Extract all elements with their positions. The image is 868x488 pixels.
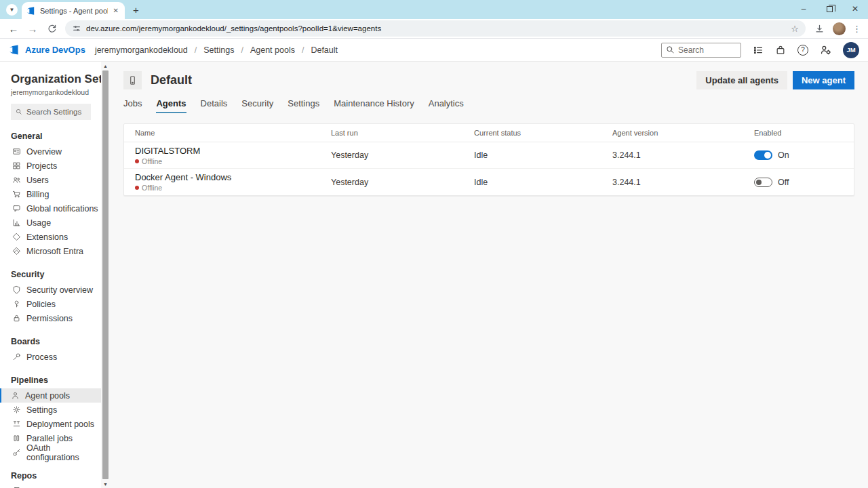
- azure-devops-favicon: [26, 6, 36, 16]
- bookmark-star-icon[interactable]: ☆: [791, 24, 799, 34]
- enabled-toggle[interactable]: [754, 178, 772, 187]
- sidebar-item-billing[interactable]: Billing: [0, 187, 101, 201]
- sidebar-item-permissions[interactable]: Permissions: [0, 311, 101, 325]
- sidebar-item-label: Permissions: [26, 314, 73, 323]
- sidebar-item-pipeline-settings[interactable]: Settings: [0, 403, 101, 417]
- forward-button[interactable]: →: [24, 20, 41, 37]
- address-bar[interactable]: dev.azure.com/jeremymorgankodekloud/_set…: [65, 20, 806, 37]
- reload-button[interactable]: [43, 20, 60, 37]
- tab-analytics[interactable]: Analytics: [429, 98, 464, 113]
- tab-details[interactable]: Details: [201, 98, 228, 113]
- parallel-icon: [12, 434, 21, 443]
- sidebar-title: Organization Settin...: [11, 73, 101, 86]
- marketplace-bag-icon[interactable]: [775, 45, 786, 56]
- sidebar-section-general: General: [11, 131, 101, 141]
- breadcrumb-default[interactable]: Default: [308, 45, 340, 55]
- sidebar-item-oauth-configurations[interactable]: OAuth configurations: [0, 445, 101, 460]
- sidebar-item-label: Users: [26, 176, 49, 185]
- sidebar-item-deployment-pools[interactable]: Deployment pools: [0, 417, 101, 431]
- azdo-topbar: Azure DevOps jeremymorgankodekloud / Set…: [0, 39, 868, 62]
- user-avatar[interactable]: JM: [843, 42, 859, 58]
- breadcrumb-org[interactable]: jeremymorgankodekloud: [92, 45, 191, 55]
- browser-toolbar: ← → dev.azure.com/jeremymorgankodekloud/…: [0, 19, 868, 39]
- sidebar-item-policies[interactable]: Policies: [0, 297, 101, 311]
- brand-name[interactable]: Azure DevOps: [25, 45, 85, 55]
- azdo-search-box[interactable]: [661, 43, 741, 58]
- tab-title: Settings - Agent pools (jeremym: [40, 7, 108, 15]
- tab-maintenance-history[interactable]: Maintenance History: [334, 98, 414, 113]
- sidebar-item-usage[interactable]: Usage: [0, 216, 101, 230]
- tab-close-icon[interactable]: ✕: [112, 7, 120, 14]
- pool-icon-box: [123, 71, 142, 89]
- policy-icon: [12, 300, 21, 308]
- sidebar-item-users[interactable]: Users: [0, 173, 101, 187]
- url-text[interactable]: dev.azure.com/jeremymorgankodekloud/_set…: [86, 24, 786, 33]
- breadcrumb-agent-pools[interactable]: Agent pools: [248, 45, 298, 55]
- azdo-search-input[interactable]: [678, 45, 732, 55]
- settings-search-box[interactable]: [11, 104, 91, 120]
- sidebar-item-projects[interactable]: Projects: [0, 159, 101, 173]
- sidebar-item-repositories[interactable]: Repositories: [0, 484, 101, 488]
- new-tab-button[interactable]: +: [133, 4, 139, 16]
- toggle-label: On: [778, 150, 789, 160]
- site-settings-icon[interactable]: [72, 24, 81, 33]
- back-button[interactable]: ←: [5, 20, 22, 37]
- breadcrumb-separator: /: [298, 45, 308, 55]
- help-icon[interactable]: ?: [797, 45, 808, 56]
- tab-jobs[interactable]: Jobs: [123, 98, 142, 113]
- scrollbar-thumb[interactable]: [102, 70, 108, 479]
- sidebar-item-label: Usage: [26, 218, 51, 228]
- sidebar-scrollbar[interactable]: ▲ ▼: [101, 62, 110, 488]
- new-agent-button[interactable]: New agent: [793, 71, 854, 89]
- agent-name-link[interactable]: Docker Agent - Windows: [135, 172, 331, 182]
- sidebar-item-security-overview[interactable]: Security overview: [0, 283, 101, 297]
- current-status-value: Idle: [474, 150, 612, 160]
- notifications-icon: [12, 204, 21, 213]
- table-row[interactable]: Docker Agent - Windows Offline Yesterday…: [124, 169, 854, 195]
- tab-agents[interactable]: Agents: [156, 98, 186, 113]
- gear-icon: [12, 405, 21, 414]
- sidebar-item-label: OAuth configurations: [26, 443, 101, 462]
- sidebar-item-microsoft-entra[interactable]: Microsoft Entra: [0, 244, 101, 258]
- browser-tabstrip: ▼ Settings - Agent pools (jeremym ✕ + – …: [0, 0, 868, 19]
- azdo-home-link[interactable]: Azure DevOps: [9, 44, 85, 56]
- sidebar-item-extensions[interactable]: Extensions: [0, 230, 101, 244]
- my-work-items-icon[interactable]: [753, 45, 764, 56]
- sidebar-item-label: Projects: [26, 161, 57, 171]
- availability-label: Offline: [142, 157, 162, 165]
- downloads-button[interactable]: [811, 20, 827, 37]
- download-icon: [814, 24, 825, 34]
- scroll-down-icon[interactable]: ▼: [103, 480, 108, 488]
- browser-profile-avatar[interactable]: [833, 22, 846, 35]
- update-all-agents-button[interactable]: Update all agents: [696, 71, 787, 89]
- entra-icon: [12, 247, 21, 256]
- usage-icon: [12, 218, 21, 227]
- settings-search-input[interactable]: [26, 108, 86, 116]
- billing-icon: [12, 190, 21, 199]
- table-row[interactable]: DIGITALSTORM Offline Yesterday Idle 3.24…: [124, 142, 854, 169]
- browser-tab[interactable]: Settings - Agent pools (jeremym ✕: [22, 2, 125, 19]
- app-window: ▼ Settings - Agent pools (jeremym ✕ + – …: [0, 0, 868, 488]
- column-enabled: Enabled: [754, 129, 854, 137]
- minimize-button[interactable]: –: [791, 0, 816, 18]
- tab-security[interactable]: Security: [241, 98, 273, 113]
- sidebar-item-global-notifications[interactable]: Global notifications: [0, 201, 101, 216]
- sidebar-item-agent-pools[interactable]: Agent pools: [0, 388, 101, 403]
- user-settings-icon[interactable]: [820, 44, 831, 56]
- tab-search-chevron-icon[interactable]: ▼: [6, 4, 18, 16]
- key-icon: [12, 448, 21, 457]
- breadcrumb-settings[interactable]: Settings: [201, 45, 237, 55]
- sidebar-item-label: Policies: [26, 300, 56, 309]
- enabled-toggle[interactable]: [754, 150, 772, 160]
- scroll-up-icon[interactable]: ▲: [103, 62, 108, 70]
- agent-name-link[interactable]: DIGITALSTORM: [135, 146, 331, 156]
- sidebar-item-process[interactable]: Process: [0, 350, 101, 364]
- sidebar-item-overview[interactable]: Overview: [0, 144, 101, 159]
- overview-icon: [12, 147, 21, 156]
- offline-status-dot: [135, 186, 139, 190]
- tab-settings[interactable]: Settings: [288, 98, 319, 113]
- close-window-button[interactable]: ✕: [842, 0, 868, 18]
- last-run-value: Yesterday: [331, 178, 474, 187]
- browser-menu-icon[interactable]: ⋮: [850, 24, 864, 34]
- restore-button[interactable]: [816, 0, 842, 18]
